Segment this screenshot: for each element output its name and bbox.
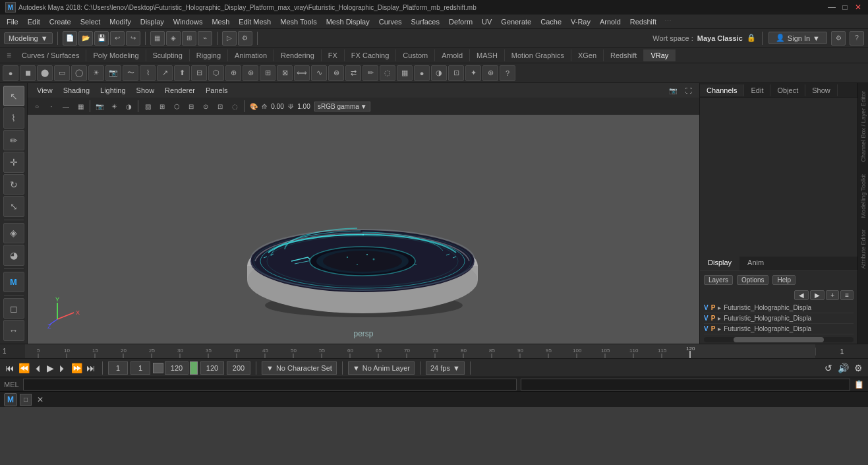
title-bar-controls[interactable]: — □ ✕ — [827, 3, 863, 12]
vp-texture-button[interactable]: ⬡ — [170, 100, 183, 113]
character-set-dropdown[interactable]: ▼ No Character Set — [262, 361, 337, 375]
menu-select[interactable]: Select — [76, 16, 105, 27]
layer-3-playback[interactable]: P — [711, 325, 716, 332]
help-button[interactable]: ? — [850, 31, 864, 46]
menu-modify[interactable]: Modify — [105, 16, 134, 27]
menu-file[interactable]: File — [3, 16, 22, 27]
minimize-button[interactable]: — — [827, 3, 836, 12]
layer-3-name[interactable]: Futuristic_Holographic_Displa — [724, 325, 854, 332]
soft-select-button[interactable]: ◕ — [3, 245, 24, 265]
tab-rendering[interactable]: Rendering — [274, 49, 322, 61]
vp-shadow-button[interactable]: ◌ — [228, 100, 241, 113]
layer-scrollbar[interactable] — [704, 337, 854, 342]
help-layer-button[interactable]: Help — [772, 275, 796, 285]
vp-face-mode-button[interactable]: ▦ — [74, 100, 87, 113]
layer-add-button[interactable]: + — [826, 290, 839, 300]
tool-transfer-attr[interactable]: ⇄ — [345, 65, 361, 81]
save-scene-button[interactable]: 💾 — [94, 31, 109, 46]
tool-question[interactable]: ? — [500, 65, 515, 81]
marquee-select-button[interactable]: ◻ — [3, 298, 24, 319]
menu-mesh-display[interactable]: Mesh Display — [322, 16, 374, 27]
menu-uv[interactable]: UV — [478, 16, 496, 27]
go-to-start-button[interactable]: ⏮ — [4, 363, 16, 373]
play-back-button[interactable]: ⏴ — [32, 363, 44, 373]
max-frame-field[interactable] — [227, 361, 250, 375]
render-current-button[interactable]: ▷ — [222, 31, 237, 46]
menu-mesh[interactable]: Mesh — [208, 16, 233, 27]
vp-light-button[interactable]: ☀ — [107, 100, 121, 113]
menu-display[interactable]: Display — [136, 16, 168, 27]
paint-select-button[interactable]: ✏ — [3, 130, 24, 150]
tab-motion-graphics[interactable]: Motion Graphics — [505, 49, 571, 61]
tool-plane[interactable]: ▭ — [54, 65, 70, 81]
tab-custom[interactable]: Custom — [396, 49, 435, 61]
frame-indicator-handle[interactable] — [190, 361, 198, 375]
redo-button[interactable]: ↪ — [126, 31, 140, 46]
menu-edit-mesh[interactable]: Edit Mesh — [235, 16, 275, 27]
far-right-channel-box-label[interactable]: Channel Box / Layer Editor — [859, 86, 867, 168]
go-to-end-button[interactable]: ⏭ — [85, 363, 97, 373]
menu-vray[interactable]: V-Ray — [567, 16, 594, 27]
tool-boolean[interactable]: ⊕ — [225, 65, 241, 81]
vp-isolate-button[interactable]: ⊙ — [199, 100, 212, 113]
scale-tool-button[interactable]: ⤡ — [3, 196, 24, 216]
mel-input[interactable] — [23, 379, 517, 390]
rp-tab-show[interactable]: Show — [805, 84, 838, 96]
layer-3-visibility[interactable]: V — [704, 325, 709, 332]
tool-smooth[interactable]: ⊛ — [243, 65, 258, 81]
select-by-hierarchy-button[interactable]: ▦ — [150, 31, 165, 46]
taskbar-window-1[interactable]: □ — [20, 394, 32, 406]
mode-dropdown[interactable]: Modeling ▼ — [4, 32, 53, 44]
vp-menu-show[interactable]: Show — [131, 85, 160, 96]
vp-resolution-button[interactable]: ⊡ — [214, 100, 227, 113]
tab-curves-surfaces[interactable]: Curves / Surfaces — [15, 49, 86, 61]
layer-option-button[interactable]: ≡ — [840, 290, 854, 300]
frame-indicator-checkbox[interactable] — [153, 363, 163, 373]
settings-anim-button[interactable]: ⚙ — [853, 363, 864, 373]
close-button[interactable]: ✕ — [854, 3, 863, 12]
layer-2-playback[interactable]: P — [711, 315, 716, 322]
layer-1-playback[interactable]: P — [711, 304, 716, 311]
menu-surfaces[interactable]: Surfaces — [407, 16, 444, 27]
fps-dropdown[interactable]: 24 fps ▼ — [426, 361, 465, 375]
end-frame-field[interactable] — [200, 361, 224, 375]
show-manipulator-button[interactable]: ◈ — [3, 223, 24, 243]
play-forward-button[interactable]: ▶ — [45, 363, 55, 373]
maya-logo[interactable]: M — [3, 272, 24, 292]
step-back-button[interactable]: ⏪ — [17, 363, 31, 373]
frame-indicator-field[interactable] — [165, 361, 188, 375]
settings-button[interactable]: ⚙ — [831, 31, 846, 46]
tab-fx-caching[interactable]: FX Caching — [345, 49, 396, 61]
snap-to-grid-button[interactable]: ⊞ — [182, 31, 196, 46]
tool-wrap[interactable]: ⊛ — [482, 65, 498, 81]
vp-select-mode-button[interactable]: ○ — [30, 100, 43, 113]
rp-tab-edit[interactable]: Edit — [744, 84, 770, 96]
options-button[interactable]: Options — [737, 275, 768, 285]
timeline-ruler[interactable]: 5 10 15 20 25 30 35 40 45 50 55 60 65 70… — [25, 344, 815, 358]
viewport[interactable]: View Shading Lighting Show Renderer Pane… — [28, 83, 699, 344]
menu-arnold[interactable]: Arnold — [596, 16, 625, 27]
tool-material[interactable]: ◑ — [431, 65, 447, 81]
tool-cube[interactable]: ◼ — [20, 65, 36, 81]
vp-menu-renderer[interactable]: Renderer — [159, 85, 200, 96]
vp-maximize-icon[interactable]: ⛶ — [682, 84, 695, 97]
tool-ep-curve[interactable]: ⌇ — [140, 65, 156, 81]
menu-mesh-tools[interactable]: Mesh Tools — [276, 16, 320, 27]
vp-menu-lighting[interactable]: Lighting — [95, 85, 131, 96]
tab-redshift[interactable]: Redshift — [604, 49, 644, 61]
tab-fx[interactable]: FX — [322, 49, 345, 61]
tab-animation[interactable]: Animation — [228, 49, 274, 61]
tool-sphere[interactable]: ● — [3, 65, 18, 81]
vp-menu-panels[interactable]: Panels — [200, 85, 233, 96]
script-icon[interactable]: 📋 — [854, 380, 864, 389]
vp-menu-shading[interactable]: Shading — [58, 85, 95, 96]
vp-color-management-button[interactable]: 🎨 — [247, 100, 260, 113]
step-forward-button[interactable]: ⏵ — [57, 363, 69, 373]
tool-combine[interactable]: ⊞ — [260, 65, 275, 81]
tool-shaded[interactable]: ● — [414, 65, 430, 81]
open-scene-button[interactable]: 📂 — [78, 31, 93, 46]
start-frame-field[interactable] — [108, 361, 128, 375]
tool-3sweep[interactable]: ↗ — [157, 65, 173, 81]
tabs-menu-icon[interactable]: ≡ — [3, 49, 15, 62]
tool-uv[interactable]: ⊡ — [448, 65, 464, 81]
